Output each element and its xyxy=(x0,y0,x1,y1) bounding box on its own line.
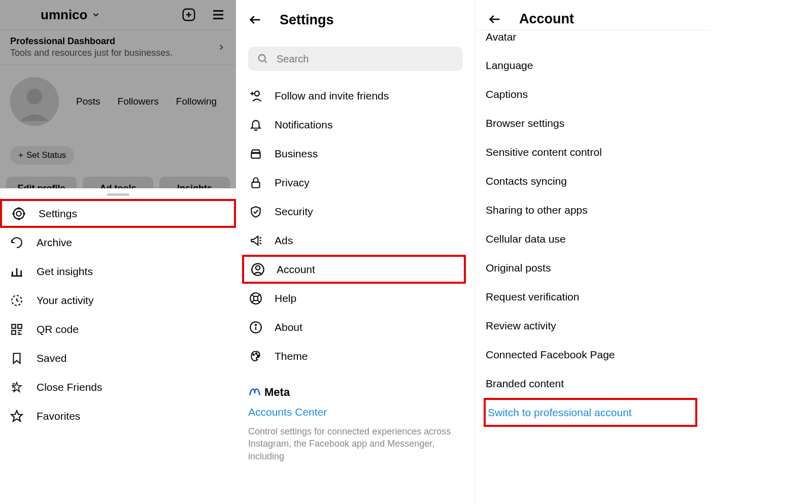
closefriends-icon xyxy=(9,380,24,395)
pro-dashboard-subtitle: Tools and resources just for businesses. xyxy=(10,48,173,58)
settings-label-notifications: Notifications xyxy=(275,119,332,131)
svg-point-31 xyxy=(259,55,265,61)
menu-item-insights[interactable]: Get insights xyxy=(0,257,236,286)
stat-following[interactable]: Following xyxy=(176,96,217,107)
meta-description: Control settings for connected experienc… xyxy=(248,425,463,462)
account-item-language[interactable]: Language xyxy=(486,51,700,80)
meta-brand-label: Meta xyxy=(264,386,290,399)
profile-header: umnico xyxy=(0,0,236,29)
username-switcher[interactable]: umnico xyxy=(41,7,100,23)
svg-line-48 xyxy=(257,300,259,302)
account-panel: Account Avatar Language Captions Browser… xyxy=(475,0,710,504)
svg-point-9 xyxy=(16,211,21,216)
menu-label-closefriends: Close Friends xyxy=(37,381,103,393)
sheet-handle[interactable] xyxy=(107,193,129,196)
account-item-facebook[interactable]: Connected Facebook Page xyxy=(486,340,700,369)
svg-line-46 xyxy=(257,294,259,296)
account-item-contacts[interactable]: Contacts syncing xyxy=(486,166,700,195)
settings-item-ads[interactable]: Ads xyxy=(236,226,475,255)
settings-header: Settings xyxy=(236,0,475,31)
accounts-center-link[interactable]: Accounts Center xyxy=(248,406,463,418)
search-box[interactable] xyxy=(248,47,463,71)
settings-title: Settings xyxy=(280,12,334,28)
meta-logo: Meta xyxy=(248,386,463,399)
settings-label-follow: Follow and invite friends xyxy=(275,90,389,102)
account-list: Avatar Language Captions Browser setting… xyxy=(476,30,710,427)
activity-icon xyxy=(9,293,24,308)
menu-item-closefriends[interactable]: Close Friends xyxy=(0,373,236,401)
profile-stats-row: Posts Followers Following xyxy=(0,65,236,131)
new-post-icon[interactable] xyxy=(181,7,196,22)
gear-icon xyxy=(11,206,26,221)
menu-label-qr: QR code xyxy=(37,323,79,335)
account-item-avatar[interactable]: Avatar xyxy=(486,30,700,51)
settings-item-security[interactable]: Security xyxy=(236,197,475,226)
menu-label-saved: Saved xyxy=(37,352,67,364)
settings-item-help[interactable]: Help xyxy=(236,284,475,313)
settings-label-business: Business xyxy=(275,148,318,160)
menu-label-archive: Archive xyxy=(37,237,72,249)
svg-rect-21 xyxy=(12,330,16,334)
profile-top-bg: umnico Professional Dashboard Tools and … xyxy=(0,0,236,197)
info-icon xyxy=(248,320,263,335)
settings-label-security: Security xyxy=(275,206,313,218)
account-item-sharing[interactable]: Sharing to other apps xyxy=(486,195,700,224)
menu-item-saved[interactable]: Saved xyxy=(0,344,236,373)
settings-item-about[interactable]: About xyxy=(236,313,475,342)
svg-rect-20 xyxy=(18,324,22,328)
menu-item-archive[interactable]: Archive xyxy=(0,228,236,257)
svg-point-44 xyxy=(254,296,258,300)
settings-item-notifications[interactable]: Notifications xyxy=(236,110,475,139)
megaphone-icon xyxy=(248,233,263,248)
menu-item-qr[interactable]: QR code xyxy=(0,315,236,344)
account-icon xyxy=(250,262,265,277)
menu-item-settings[interactable]: Settings xyxy=(0,199,236,228)
avatar[interactable] xyxy=(10,77,59,126)
svg-point-33 xyxy=(255,91,259,95)
settings-label-privacy: Privacy xyxy=(275,177,310,189)
account-item-cellular[interactable]: Cellular data use xyxy=(486,224,700,253)
account-item-review[interactable]: Review activity xyxy=(486,311,700,340)
account-item-browser[interactable]: Browser settings xyxy=(486,109,700,138)
menu-item-activity[interactable]: Your activity xyxy=(0,286,236,315)
set-status-chip[interactable]: + Set Status xyxy=(10,146,74,164)
settings-panel: Settings Follow and invite friends Notif… xyxy=(236,0,475,504)
svg-line-40 xyxy=(260,243,261,244)
back-arrow-icon[interactable] xyxy=(248,13,262,27)
pro-dashboard-row[interactable]: Professional Dashboard Tools and resourc… xyxy=(0,29,236,65)
account-item-verification[interactable]: Request verification xyxy=(486,282,700,311)
bottom-sheet: Settings Archive Get insights Your activ… xyxy=(0,188,236,430)
menu-label-settings: Settings xyxy=(39,208,77,220)
back-arrow-icon[interactable] xyxy=(488,12,502,26)
svg-point-53 xyxy=(256,353,257,354)
follow-icon xyxy=(248,88,263,104)
settings-label-theme: Theme xyxy=(275,350,308,362)
settings-label-help: Help xyxy=(275,292,296,305)
account-item-branded[interactable]: Branded content xyxy=(486,369,700,398)
stat-posts[interactable]: Posts xyxy=(76,96,100,107)
svg-line-38 xyxy=(260,237,261,238)
meta-section: Meta Accounts Center Control settings fo… xyxy=(236,371,475,462)
help-icon xyxy=(248,291,263,306)
chevron-right-icon xyxy=(217,43,226,52)
theme-icon xyxy=(248,349,263,364)
menu-item-favorites[interactable]: Favorites xyxy=(0,401,236,430)
account-item-switch-professional[interactable]: Switch to professional account xyxy=(484,398,697,427)
svg-point-52 xyxy=(253,354,254,355)
settings-item-follow[interactable]: Follow and invite friends xyxy=(236,81,475,110)
settings-item-theme[interactable]: Theme xyxy=(236,342,475,371)
archive-icon xyxy=(9,235,24,250)
settings-item-privacy[interactable]: Privacy xyxy=(236,168,475,197)
hamburger-menu-icon[interactable] xyxy=(211,7,226,22)
star-icon xyxy=(9,409,24,424)
account-item-sensitive[interactable]: Sensitive content control xyxy=(486,138,700,166)
search-input[interactable] xyxy=(277,53,454,65)
settings-item-business[interactable]: Business xyxy=(236,139,475,168)
account-item-captions[interactable]: Captions xyxy=(486,80,700,109)
shield-icon xyxy=(248,204,263,219)
svg-point-7 xyxy=(27,89,43,105)
settings-item-account[interactable]: Account xyxy=(242,255,466,284)
svg-line-32 xyxy=(264,60,267,63)
account-item-original[interactable]: Original posts xyxy=(486,253,700,282)
stat-followers[interactable]: Followers xyxy=(118,96,159,107)
